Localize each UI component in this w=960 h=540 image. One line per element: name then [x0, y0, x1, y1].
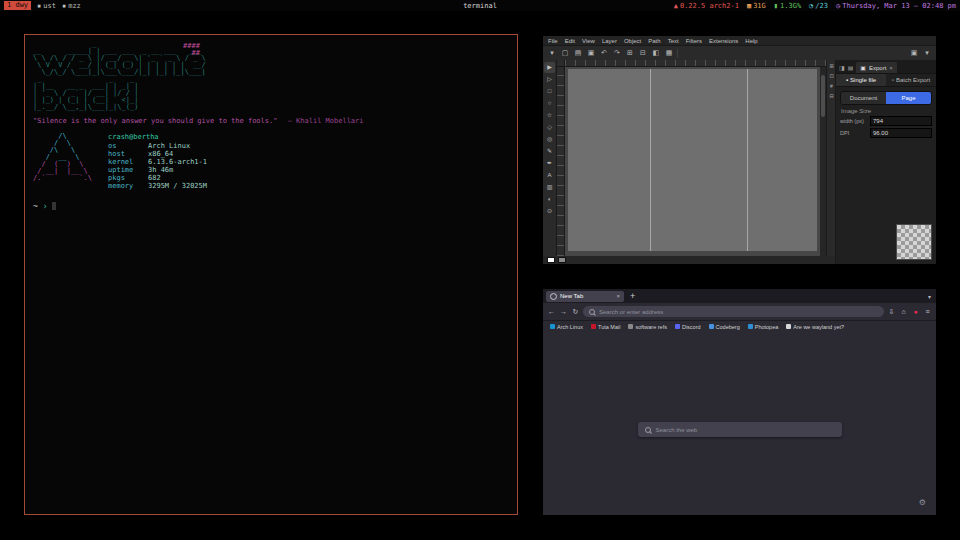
guide-line[interactable]	[650, 69, 651, 251]
export-scope-segment: Document Page	[840, 91, 932, 105]
menu-item[interactable]: Filters	[686, 38, 702, 44]
recording-indicator-icon[interactable]: ●	[911, 308, 920, 316]
tool-style-dropdown-icon[interactable]: ▾	[547, 49, 557, 57]
tool-pen-icon[interactable]: ✒	[544, 158, 555, 169]
width-input[interactable]: 794	[870, 116, 932, 126]
undo-icon[interactable]: ↶	[599, 49, 609, 57]
menu-item[interactable]: File	[548, 38, 558, 44]
menu-item[interactable]: Text	[668, 38, 679, 44]
forward-icon[interactable]: →	[559, 308, 568, 316]
tool-zoom-icon[interactable]: ⊙	[544, 206, 555, 217]
focused-window-title: terminal	[463, 2, 497, 10]
page-scope-button[interactable]: Page	[886, 92, 931, 104]
menu-item[interactable]: Help	[745, 38, 757, 44]
tool-node-icon[interactable]: ▷	[544, 74, 555, 85]
workspace-tag[interactable]: ▪ mzz	[62, 2, 81, 10]
vertical-ruler[interactable]	[557, 67, 565, 256]
menu-item[interactable]: Object	[624, 38, 641, 44]
terminal-window[interactable]: _ __ _____| | ___ ___ _ __ ___ ___ \ \ /…	[24, 34, 518, 515]
favicon	[786, 324, 791, 329]
tool-rect-icon[interactable]: □	[544, 86, 555, 97]
group-icon[interactable]: ◧	[651, 49, 661, 57]
menu-item[interactable]: Path	[648, 38, 660, 44]
tag-icon: ▪	[62, 2, 66, 10]
redo-icon[interactable]: ↷	[612, 49, 622, 57]
bookmark-item[interactable]: Are we wayland yet?	[786, 324, 844, 330]
close-icon[interactable]: ×	[889, 65, 893, 71]
back-icon[interactable]: ←	[547, 308, 556, 316]
inkscape-statusbar	[543, 256, 836, 264]
vertical-scrollbar[interactable]	[820, 67, 826, 256]
status-module-icon: ▮	[774, 2, 778, 10]
snap-guide-icon[interactable]: ⊟	[829, 93, 833, 99]
stroke-swatch[interactable]	[558, 257, 566, 263]
menu-item[interactable]: Edit	[565, 38, 575, 44]
bookmark-item[interactable]: Codeberg	[709, 324, 740, 330]
bookmark-item[interactable]: Tuta Mail	[591, 324, 620, 330]
panel-header-icons: ◨▤	[839, 64, 853, 73]
inkscape-canvas[interactable]	[565, 67, 826, 256]
document-scope-button[interactable]: Document	[841, 92, 886, 104]
status-bar: 1 dwy ▪ ust ▪ mzz terminal ▲ 0.22.5 arch…	[0, 0, 960, 11]
menu-item[interactable]: Extensions	[709, 38, 738, 44]
settings-gear-icon[interactable]: ⚙	[919, 498, 926, 507]
close-tab-icon[interactable]: ×	[616, 293, 620, 299]
zoom-out-icon[interactable]: ⊟	[638, 49, 648, 57]
layers-panel-icon[interactable]: ▤	[848, 64, 854, 73]
tool-pencil-icon[interactable]: ✎	[544, 146, 555, 157]
workspace-tag[interactable]: ▪ ust	[37, 2, 56, 10]
horizontal-ruler[interactable]	[565, 60, 826, 67]
bookmark-item[interactable]: Discord	[675, 324, 701, 330]
zoom-dropdown-icon[interactable]: ▾	[922, 49, 932, 57]
favicon	[675, 324, 680, 329]
tool-text-icon[interactable]: A	[544, 170, 555, 181]
snap-grid-icon[interactable]: #	[830, 83, 833, 89]
menu-item[interactable]: View	[582, 38, 595, 44]
new-document-icon[interactable]: ▢	[560, 49, 570, 57]
tool-spiral-icon[interactable]: ◎	[544, 134, 555, 145]
zoom-in-icon[interactable]: ⊞	[625, 49, 635, 57]
url-bar[interactable]: Search or enter address	[583, 306, 884, 317]
refresh-icon[interactable]: ↻	[571, 308, 580, 316]
nav-right-icons: ⇩⌂●≡	[887, 308, 932, 316]
image-size-label: Image Size	[841, 108, 931, 114]
save-icon[interactable]: ▣	[586, 49, 596, 57]
tab-single-file[interactable]: ▪ Single file	[836, 74, 886, 86]
browser-tab[interactable]: New Tab ×	[546, 291, 624, 302]
align-icon[interactable]: ▦	[664, 49, 674, 57]
snap-node-icon[interactable]: ⊡	[829, 73, 833, 79]
new-tab-button[interactable]: +	[627, 291, 638, 301]
canvas-page[interactable]	[568, 69, 817, 251]
tool-ellipse-icon[interactable]: ○	[544, 98, 555, 109]
fetch-key: memory	[108, 182, 148, 190]
tab-batch-export[interactable]: ▫ Batch Export	[886, 74, 936, 86]
snap-bbox-icon[interactable]: ⊞	[829, 63, 833, 69]
tool-selector-icon[interactable]: ▶	[544, 62, 555, 73]
tool-gradient-icon[interactable]: ▥	[544, 182, 555, 193]
workspace-badge[interactable]: 1 dwy	[4, 1, 31, 10]
menu-icon[interactable]: ≡	[923, 308, 932, 316]
shell-prompt[interactable]: ~ ›	[33, 202, 509, 211]
export-panel-tab[interactable]: ▣ Export ×	[856, 62, 897, 73]
bookmark-item[interactable]: Photopea	[748, 324, 779, 330]
open-document-icon[interactable]: ▤	[573, 49, 583, 57]
browser-window: New Tab × + ▾ ←→↻ Search or enter addres…	[543, 289, 936, 515]
tool-dropper-icon[interactable]: ◐	[544, 194, 555, 205]
home-icon[interactable]: ⌂	[899, 308, 908, 316]
tool-3dbox-icon[interactable]: ◇	[544, 122, 555, 133]
fill-swatch[interactable]	[547, 257, 555, 263]
web-search-input[interactable]: Search the web	[638, 422, 842, 437]
bookmark-item[interactable]: software refs	[628, 324, 666, 330]
bookmark-item[interactable]: Arch Linux	[550, 324, 583, 330]
fetch-output: /\ / \ /\ \ / __ \ / ( ) \ / __| |__ \ /…	[33, 133, 509, 190]
dpi-input[interactable]: 96.00	[870, 128, 932, 138]
scrollbar-thumb[interactable]	[821, 75, 825, 117]
downloads-icon[interactable]: ⇩	[887, 308, 896, 316]
display-mode-icon[interactable]: ▣	[909, 49, 919, 57]
inkscape-window: FileEditViewLayerObjectPathTextFiltersEx…	[543, 36, 936, 264]
guide-line[interactable]	[747, 69, 748, 251]
menu-item[interactable]: Layer	[602, 38, 617, 44]
document-properties-icon[interactable]: ◨	[839, 64, 845, 73]
tool-star-icon[interactable]: ☆	[544, 110, 555, 121]
tab-list-chevron-icon[interactable]: ▾	[928, 293, 933, 300]
